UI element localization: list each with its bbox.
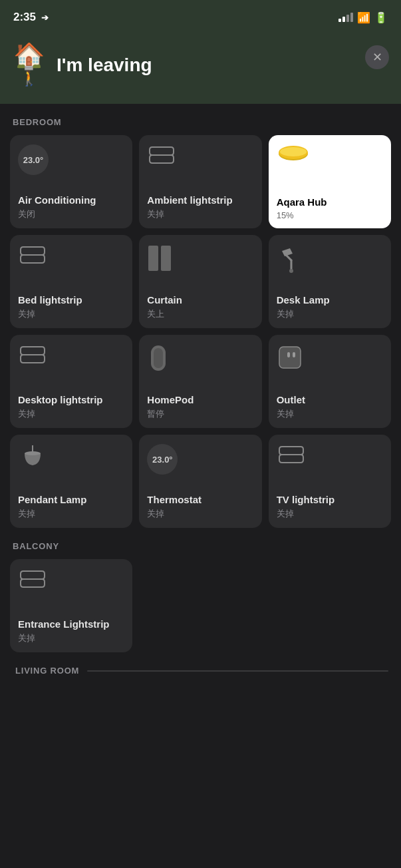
- main-content: BEDROOM 23.0° Air Conditioning 关闭 Ambien…: [0, 104, 401, 689]
- header-title: I'm leaving: [57, 55, 152, 76]
- device-status-pendant: 关掉: [18, 508, 124, 520]
- device-status-ac: 关闭: [18, 208, 124, 220]
- balcony-section-label: BALCONY: [10, 541, 391, 551]
- balcony-grid: Entrance Lightstrip 关掉: [10, 559, 391, 652]
- device-card-aqara-hub[interactable]: Aqara Hub 15%: [269, 135, 391, 228]
- device-status-hub: 15%: [277, 210, 383, 220]
- svg-rect-9: [154, 348, 163, 368]
- desk-lamp-icon: [277, 244, 383, 277]
- device-name-curtain: Curtain: [147, 294, 253, 306]
- person-icon: 🚶: [20, 70, 38, 87]
- device-card-desktop-lightstrip[interactable]: Desktop lightstrip 关掉: [10, 335, 132, 428]
- bedroom-section-label: BEDROOM: [10, 117, 391, 127]
- svg-rect-3: [148, 246, 158, 271]
- device-card-desk-lamp[interactable]: Desk Lamp 关掉: [269, 235, 391, 328]
- temp-badge-thermostat: 23.0°: [147, 444, 178, 475]
- status-time: 2:35 ➔: [13, 11, 49, 24]
- svg-point-2: [280, 147, 307, 156]
- section-divider: [87, 670, 388, 672]
- device-status-ambient: 关掉: [147, 208, 253, 220]
- device-status-desk-lamp: 关掉: [277, 308, 383, 320]
- header: 🏠 🚶 I'm leaving ✕: [0, 33, 401, 104]
- svg-point-7: [289, 269, 293, 273]
- living-room-label: LIVING ROOM: [13, 666, 79, 676]
- device-card-tv-lightstrip[interactable]: TV lightstrip 关掉: [269, 435, 391, 528]
- living-room-section: LIVING ROOM: [10, 666, 391, 676]
- status-icons: 📶 🔋: [338, 11, 388, 24]
- device-name-pendant: Pendant Lamp: [18, 494, 124, 506]
- device-card-homepod[interactable]: HomePod 暂停: [139, 335, 261, 428]
- device-card-pendant-lamp[interactable]: Pendant Lamp 关掉: [10, 435, 132, 528]
- signal-icon: [338, 13, 353, 22]
- homepod-icon: [147, 344, 253, 377]
- device-name-tv-lightstrip: TV lightstrip: [277, 494, 383, 506]
- location-icon: ➔: [41, 13, 49, 23]
- device-name-homepod: HomePod: [147, 394, 253, 406]
- house-icon: 🏠: [13, 43, 45, 69]
- desktop-lightstrip-icon: [18, 344, 124, 371]
- device-card-ambient-lightstrip[interactable]: Ambient lightstrip 关掉: [139, 135, 261, 228]
- device-name-desk-lamp: Desk Lamp: [277, 294, 383, 306]
- hub-icon: [277, 144, 383, 166]
- device-name-outlet: Outlet: [277, 394, 383, 406]
- device-card-thermostat[interactable]: 23.0° Thermostat 关掉: [139, 435, 261, 528]
- entrance-lightstrip-icon: [18, 568, 124, 596]
- temp-badge-ac: 23.0°: [18, 144, 49, 175]
- device-status-entrance: 关掉: [18, 632, 124, 644]
- svg-rect-12: [287, 352, 290, 357]
- pendant-lamp-icon: [18, 444, 124, 477]
- svg-rect-10: [279, 347, 301, 368]
- device-name-entrance: Entrance Lightstrip: [18, 618, 124, 630]
- wifi-icon: 📶: [357, 11, 370, 24]
- bedroom-grid: 23.0° Air Conditioning 关闭 Ambient lights…: [10, 135, 391, 528]
- device-card-air-conditioning[interactable]: 23.0° Air Conditioning 关闭: [10, 135, 132, 228]
- device-status-outlet: 关掉: [277, 408, 383, 420]
- device-status-curtain: 关上: [147, 308, 253, 320]
- battery-icon: 🔋: [374, 11, 388, 24]
- header-icon-group: 🏠 🚶: [13, 43, 45, 87]
- outlet-icon: [277, 344, 383, 374]
- svg-point-15: [25, 451, 41, 455]
- device-card-bed-lightstrip[interactable]: Bed lightstrip 关掉: [10, 235, 132, 328]
- device-status-bed: 关掉: [18, 308, 124, 320]
- device-status-desktop: 关掉: [18, 408, 124, 420]
- device-name-ac: Air Conditioning: [18, 194, 124, 206]
- tv-lightstrip-icon: [277, 444, 383, 471]
- curtain-icon: [147, 244, 253, 276]
- device-card-entrance-lightstrip[interactable]: Entrance Lightstrip 关掉: [10, 559, 132, 652]
- status-bar: 2:35 ➔ 📶 🔋: [0, 0, 401, 33]
- svg-rect-13: [293, 352, 295, 357]
- svg-rect-4: [161, 246, 171, 271]
- device-status-homepod: 暂停: [147, 408, 253, 420]
- device-status-tv-lightstrip: 关掉: [277, 508, 383, 520]
- device-name-thermostat: Thermostat: [147, 494, 253, 506]
- device-name-bed: Bed lightstrip: [18, 294, 124, 306]
- device-name-desktop: Desktop lightstrip: [18, 394, 124, 406]
- ambient-lightstrip-icon: [147, 144, 253, 172]
- device-status-thermostat: 关掉: [147, 508, 253, 520]
- device-name-hub: Aqara Hub: [277, 196, 383, 208]
- device-card-outlet[interactable]: Outlet 关掉: [269, 335, 391, 428]
- close-button[interactable]: ✕: [365, 45, 389, 69]
- bed-lightstrip-icon: [18, 244, 124, 272]
- device-card-curtain[interactable]: Curtain 关上: [139, 235, 261, 328]
- device-name-ambient: Ambient lightstrip: [147, 194, 253, 206]
